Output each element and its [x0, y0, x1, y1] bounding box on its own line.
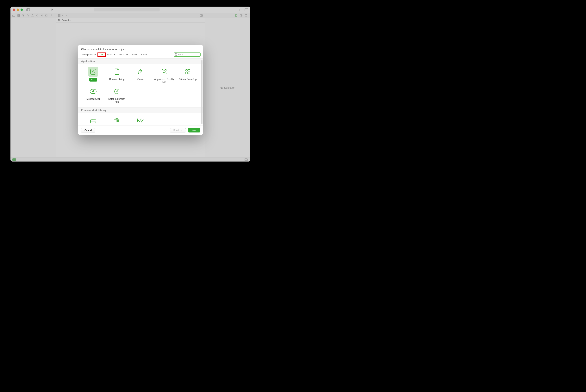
svg-marker-46 [114, 118, 119, 119]
ar-icon [159, 66, 169, 77]
filter-field-wrap [174, 52, 201, 57]
svg-marker-43 [116, 91, 118, 92]
filter-icon [175, 53, 177, 56]
svg-rect-34 [91, 69, 96, 74]
template-framework[interactable]: Framework [82, 115, 105, 126]
columns-icon [112, 116, 122, 126]
template-label: App [89, 78, 97, 82]
document-icon [112, 66, 122, 77]
section-application: Application [78, 58, 203, 64]
sheet-title: Choose a template for your new project: [78, 45, 203, 52]
tab-other[interactable]: Other [139, 53, 149, 56]
tab-multiplatform[interactable]: Multiplatform [81, 53, 98, 56]
new-project-sheet: Choose a template for your new project: … [78, 45, 203, 135]
template-label: Document App [109, 78, 125, 81]
template-app[interactable]: App [82, 66, 105, 84]
template-label: Sticker Pack App [179, 78, 197, 81]
template-safari-extension[interactable]: Safari Extension App [105, 86, 129, 104]
cancel-button[interactable]: Cancel [81, 128, 95, 132]
platform-tabs: Multiplatform iOS macOS watchOS tvOS Oth… [78, 52, 203, 58]
template-sticker-app[interactable]: Sticker Pack App [176, 66, 199, 84]
tab-ios[interactable]: iOS [98, 53, 105, 56]
previous-button: Previous [170, 128, 186, 132]
tab-macos[interactable]: macOS [105, 53, 117, 56]
toolbox-icon [88, 116, 98, 126]
app-icon [88, 66, 98, 77]
template-list[interactable]: Application App Document App [78, 58, 203, 126]
template-imessage-app[interactable]: iMessage App [82, 86, 105, 104]
xcode-window: ＋ ? [11, 6, 250, 162]
next-button[interactable]: Next [188, 128, 200, 132]
template-label: iMessage App [86, 98, 100, 100]
imessage-icon [88, 86, 98, 96]
rocket-icon [136, 66, 146, 77]
template-label: Safari Extension App [106, 98, 128, 104]
template-metal-library[interactable]: Metal Library [129, 115, 152, 126]
sheet-footer: Cancel Previous Next [78, 126, 203, 135]
template-document-app[interactable]: Document App [105, 66, 129, 84]
tab-tvos[interactable]: tvOS [130, 53, 139, 56]
sticker-icon [183, 66, 193, 77]
svg-rect-40 [188, 72, 190, 74]
svg-point-42 [115, 89, 119, 94]
svg-marker-36 [163, 70, 165, 73]
svg-point-35 [141, 70, 142, 72]
template-game[interactable]: Game [129, 66, 152, 84]
svg-rect-39 [186, 72, 187, 74]
svg-rect-38 [188, 70, 190, 71]
scrollbar[interactable] [201, 60, 203, 124]
compass-icon [112, 86, 122, 96]
tab-watchos[interactable]: watchOS [117, 53, 130, 56]
svg-rect-37 [186, 70, 187, 71]
section-framework: Framework & Library [78, 107, 203, 113]
template-label: Game [137, 78, 144, 81]
template-label: Augmented Reality App [154, 78, 175, 84]
metal-icon [136, 116, 146, 126]
template-static-library[interactable]: Static Library [105, 115, 129, 126]
template-ar-app[interactable]: Augmented Reality App [153, 66, 176, 84]
filter-input[interactable] [178, 53, 203, 56]
